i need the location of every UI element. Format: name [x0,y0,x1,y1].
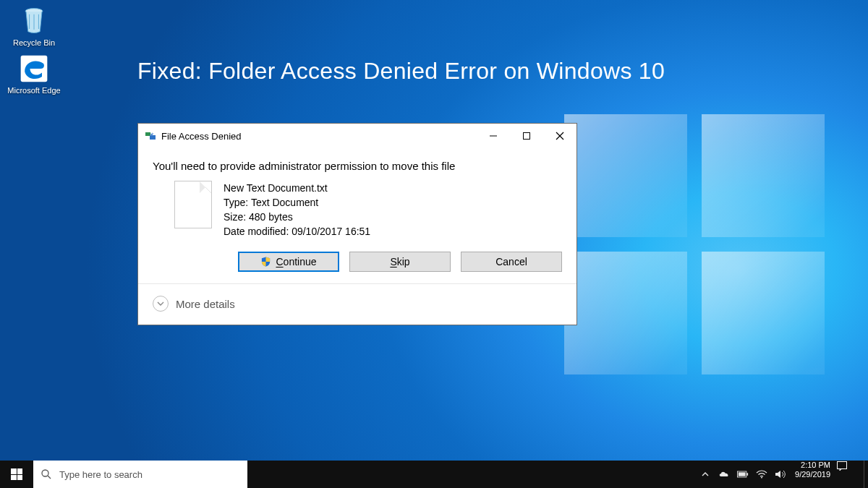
dialog-app-icon [145,130,157,142]
windows-logo-icon [11,468,22,480]
file-size: Size: 480 bytes [224,210,370,224]
clock-time: 2:10 PM [795,461,830,470]
svg-line-9 [48,476,51,479]
onedrive-icon[interactable] [718,468,730,480]
svg-point-8 [42,470,48,476]
uac-shield-icon [260,256,271,267]
chevron-down-icon [153,296,169,312]
system-tray [694,461,789,488]
desktop-icon-label: Microsoft Edge [7,86,61,95]
svg-rect-2 [145,132,150,136]
show-desktop-button[interactable] [864,461,868,488]
search-placeholder: Type here to search [59,469,142,480]
close-button[interactable] [543,124,576,148]
volume-icon[interactable] [775,468,786,480]
clock-date: 9/29/2019 [795,470,830,479]
action-center-icon[interactable] [836,461,864,488]
battery-icon[interactable] [737,468,749,480]
desktop-icon-recycle-bin[interactable]: Recycle Bin [7,4,61,51]
search-icon [41,468,52,480]
file-metadata: New Text Document.txt Type: Text Documen… [224,181,370,239]
start-button[interactable] [0,461,33,488]
more-details-label: More details [176,298,235,310]
svg-point-13 [761,477,762,479]
maximize-button[interactable] [510,124,543,148]
more-details-toggle[interactable]: More details [153,284,562,325]
svg-rect-11 [746,473,748,476]
desktop-icon-label: Recycle Bin [7,38,61,47]
skip-button[interactable]: Skip [349,252,451,272]
minimize-button[interactable] [477,124,510,148]
page-headline: Fixed: Folder Access Denied Error on Win… [137,58,665,85]
taskbar: Type here to search 2:10 PM 9/29/2019 [0,461,868,488]
file-modified: Date modified: 09/10/2017 16:51 [224,224,370,239]
dialog-titlebar[interactable]: File Access Denied [138,124,576,148]
taskbar-search[interactable]: Type here to search [33,461,247,488]
edge-icon [18,53,50,85]
desktop-icon-edge[interactable]: Microsoft Edge [7,51,61,99]
svg-rect-12 [739,472,746,476]
tray-chevron-up-icon[interactable] [699,468,711,480]
continue-button[interactable]: Continue [238,252,339,272]
svg-rect-14 [838,462,847,469]
wifi-icon[interactable] [756,468,767,480]
file-thumbnail-icon [174,181,212,228]
file-access-denied-dialog: File Access Denied You'll need to provid… [137,123,577,325]
dialog-title: File Access Denied [161,131,477,142]
svg-rect-5 [524,133,530,140]
recycle-bin-icon [18,5,50,37]
file-name: New Text Document.txt [224,181,370,195]
cancel-button[interactable]: Cancel [461,252,562,272]
wallpaper-window-logo [564,114,825,374]
file-type: Type: Text Document [224,195,370,210]
dialog-message: You'll need to provide administrator per… [153,160,562,172]
svg-rect-3 [150,135,156,140]
taskbar-clock[interactable]: 2:10 PM 9/29/2019 [789,461,836,488]
